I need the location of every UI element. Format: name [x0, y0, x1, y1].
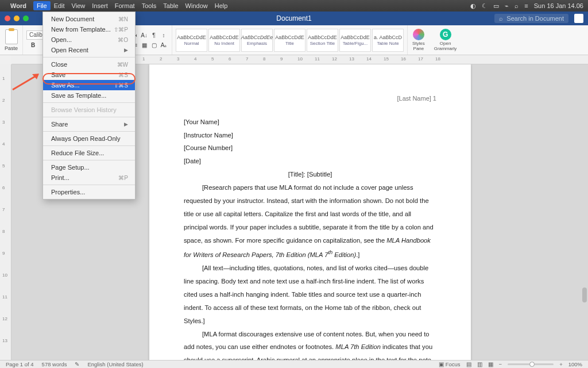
styles-pane-label: Styles Pane	[412, 41, 425, 51]
menu-insert[interactable]: Insert	[92, 2, 108, 9]
vertical-ruler[interactable]: 12345678910111213	[0, 64, 11, 360]
search-field[interactable]: ⌕ Search in Document	[494, 14, 568, 23]
view-print-button[interactable]: ▤	[466, 361, 471, 367]
battery-icon[interactable]: ▭	[493, 2, 499, 10]
style-box[interactable]: a. AaBbCcDTable Note	[372, 29, 404, 52]
zoom-slider[interactable]	[508, 363, 554, 365]
paste-label: Paste	[5, 45, 18, 51]
file-menu-dropdown: New Document⌘NNew from Template...⇧⌘POpe…	[42, 12, 136, 200]
menu-view[interactable]: View	[72, 2, 86, 9]
menu-file[interactable]: File	[33, 1, 51, 10]
zoom-window-button[interactable]	[23, 16, 29, 21]
scrollbar-thumb[interactable]	[582, 288, 587, 302]
grammarly-button[interactable]: G Open Grammarly	[430, 25, 462, 55]
spellcheck-icon[interactable]: ✎	[75, 361, 79, 367]
show-marks-button[interactable]: ¶	[149, 30, 158, 40]
focus-mode-button[interactable]: ▣ Focus	[439, 361, 461, 367]
spacing-button[interactable]: ↕	[159, 30, 168, 40]
app-name[interactable]: Word	[10, 2, 26, 9]
view-web-button[interactable]: ▥	[477, 361, 482, 367]
clipboard-group: Paste	[0, 25, 23, 55]
menu-edit[interactable]: Edit	[54, 2, 65, 9]
spotlight-icon[interactable]: ≡	[524, 2, 528, 9]
wifi-icon[interactable]: ⌕	[514, 2, 519, 9]
menu-item-properties[interactable]: Properties...	[43, 187, 135, 197]
style-box[interactable]: AaBbCcDdESection Title	[307, 29, 338, 52]
do-not-disturb-icon[interactable]: ◐	[470, 2, 476, 10]
menu-tools[interactable]: Tools	[142, 2, 157, 9]
menu-item-browse-version-history: Browse Version History	[43, 105, 135, 115]
doc-line: [Course Number]	[184, 141, 436, 155]
menu-item-share[interactable]: Share▶	[43, 119, 135, 129]
menu-item-save[interactable]: Save⌘S	[43, 70, 135, 80]
moon-icon[interactable]: ☾	[482, 2, 488, 10]
vertical-scrollbar[interactable]	[582, 64, 587, 360]
style-box[interactable]: AaBbCcDdENo Indent	[208, 29, 240, 52]
doc-paragraph: [Research papers that use MLA format do …	[184, 181, 436, 261]
menu-format[interactable]: Format	[115, 2, 135, 9]
menu-item-new-from-template[interactable]: New from Template...⇧⌘P	[43, 24, 135, 34]
style-box[interactable]: AaBbCcDdETable/Figu...	[339, 29, 371, 52]
bold-button[interactable]: B	[29, 41, 38, 50]
menu-item-close[interactable]: Close⌘W	[43, 59, 135, 70]
borders-button[interactable]: ▢	[149, 40, 158, 49]
menu-item-save-as-template[interactable]: Save as Template...	[43, 90, 135, 101]
status-bar: Page 1 of 4 578 words ✎ English (United …	[0, 360, 588, 368]
menu-item-print[interactable]: Print...⌘P	[43, 172, 135, 183]
menubar-clock[interactable]: Sun 16 Jan 14.06	[534, 2, 583, 9]
account-icon[interactable]	[574, 14, 583, 23]
styles-group: AaBbCcDdENormalAaBbCcDdENo IndentAaBbCcD…	[172, 25, 408, 55]
menu-item-always-open-read-only[interactable]: Always Open Read-Only	[43, 133, 135, 144]
styles-pane-button[interactable]: Styles Pane	[408, 25, 430, 55]
view-outline-button[interactable]: ▦	[488, 361, 493, 367]
status-words[interactable]: 578 words	[42, 361, 67, 367]
menu-item-open[interactable]: Open...⌘O	[43, 34, 135, 45]
close-window-button[interactable]	[5, 16, 10, 21]
document-title: Document1	[276, 14, 311, 22]
doc-paragraph: [All text—including titles, quotations, …	[184, 262, 436, 328]
menu-item-reduce-file-size[interactable]: Reduce File Size...	[43, 148, 135, 158]
search-icon: ⌕	[499, 15, 503, 22]
menu-table[interactable]: Table	[163, 2, 178, 9]
status-language[interactable]: English (United States)	[87, 361, 143, 367]
zoom-value[interactable]: 100%	[568, 361, 582, 367]
menu-window[interactable]: Window	[185, 2, 208, 9]
style-box[interactable]: AaBbCcDdENormal	[176, 29, 207, 52]
traffic-lights	[5, 16, 29, 21]
doc-paragraph: [MLA format discourages extensive use of…	[184, 328, 436, 360]
zoom-slider-thumb[interactable]	[529, 362, 535, 367]
menu-item-page-setup[interactable]: Page Setup...	[43, 162, 135, 172]
page-header-right: [Last Name] 1	[184, 92, 436, 105]
menu-item-save-as[interactable]: Save As...⇧⌘S	[43, 80, 135, 90]
search-placeholder: Search in Document	[506, 15, 564, 22]
doc-line: [Instructor Name]	[184, 129, 436, 142]
grammarly-icon: G	[440, 29, 451, 40]
doc-title-line: [Title]: [Subtitle]	[184, 168, 436, 181]
paste-icon[interactable]	[5, 29, 18, 44]
styles-pane-icon	[413, 29, 424, 40]
doc-line: [Your Name]	[184, 116, 436, 129]
mac-menubar: Word File Edit View Insert Format Tools …	[0, 0, 588, 12]
status-page[interactable]: Page 1 of 4	[6, 361, 34, 367]
minimize-window-button[interactable]	[14, 16, 20, 21]
doc-line: [Date]	[184, 155, 436, 168]
shading-button[interactable]: ▦	[140, 40, 149, 49]
menu-item-new-document[interactable]: New Document⌘N	[43, 14, 135, 24]
menu-item-open-recent[interactable]: Open Recent▶	[43, 45, 135, 55]
style-box[interactable]: AaBbCcDdETitle	[274, 29, 305, 52]
sort-button[interactable]: A↓	[140, 30, 149, 40]
zoom-out-button[interactable]: −	[499, 361, 502, 367]
page[interactable]: [Last Name] 1 [Your Name] [Instructor Na…	[149, 64, 471, 360]
clear-button[interactable]: Aₐ	[159, 40, 168, 49]
control-center-icon[interactable]: ⌁	[505, 2, 509, 10]
style-box[interactable]: AaBbCcDdEeEmphasis	[241, 29, 273, 52]
menu-help[interactable]: Help	[215, 2, 228, 9]
grammarly-label: Open Grammarly	[434, 41, 457, 51]
zoom-in-button[interactable]: +	[559, 361, 563, 367]
